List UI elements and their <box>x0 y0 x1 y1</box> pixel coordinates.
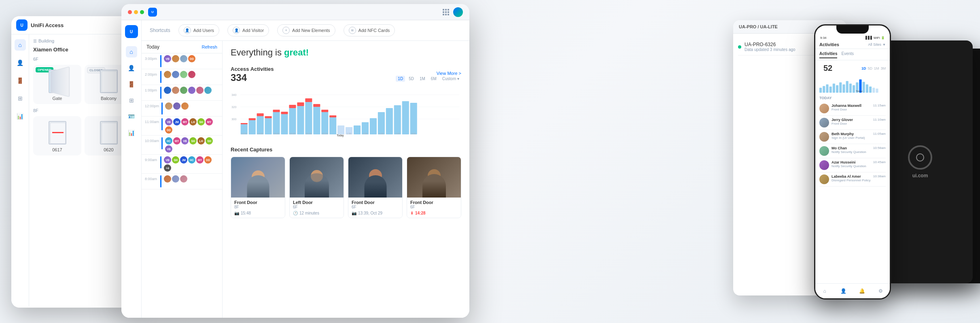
phone-count-row: 52 1D 5D 1M 3M <box>815 60 890 76</box>
btn-add-elements[interactable]: + Add New Elements <box>277 24 335 36</box>
svg-rect-32 <box>354 125 361 134</box>
timeline-refresh-btn[interactable]: Refresh <box>202 45 217 49</box>
main-sidebar-home[interactable]: ⌂ <box>126 46 137 57</box>
apps-icon[interactable] <box>443 9 449 15</box>
filter-icon: ▼ <box>882 43 886 47</box>
sidebar-icon-chart[interactable]: 📊 <box>15 110 26 122</box>
avatar: +4 <box>164 164 171 172</box>
phone-activity-text: Azar Husseini Notify Security Question <box>832 160 871 170</box>
main-sidebar-chart[interactable]: 📊 <box>126 127 137 138</box>
minimize-dot[interactable] <box>134 10 138 14</box>
filter-1d[interactable]: 1D <box>396 76 405 82</box>
svg-rect-69 <box>876 89 878 93</box>
phone-filter-5d[interactable]: 5D <box>868 66 872 70</box>
phone-nav-settings[interactable]: ⚙ <box>876 287 885 295</box>
all-sites-badge[interactable]: All Sites ▼ <box>868 42 886 47</box>
main-sidebar-grid[interactable]: ⊞ <box>126 95 137 106</box>
sidebar-icon-grid[interactable]: ⊞ <box>15 93 26 104</box>
phone-activity-text: Johanna Maxwell Front Door <box>832 104 871 113</box>
door-panel-red-0617 <box>52 132 64 133</box>
capture-floor-4: 6F <box>410 205 458 209</box>
main-sidebar-id[interactable]: 🪪 <box>126 111 137 122</box>
unifi-logo-left: U <box>16 19 28 31</box>
phone-signal: ▋▋▋ WiFi 🔋 <box>865 36 885 40</box>
avatar-group <box>164 71 195 78</box>
capture-card-3[interactable]: Front Door 6F 📷 13:39, Oct 29 <box>348 157 403 218</box>
btn-add-users[interactable]: 👤 Add Users <box>178 24 219 36</box>
avatar <box>164 71 171 78</box>
svg-rect-12 <box>265 118 272 134</box>
tablet-left: U UniFi Access ⌂ 👤 🚪 ⊞ 📊 ☰ Building Xiam… <box>11 16 137 308</box>
capture-card-1[interactable]: Front Door 8F 📷 15:48 <box>231 157 285 218</box>
capture-info-3: Front Door 6F 📷 13:39, Oct 29 <box>348 198 402 218</box>
timeline-time: 1:00pm <box>145 87 158 92</box>
capture-location-3: Front Door <box>352 200 399 205</box>
capture-card-2[interactable]: Left Door 6F 🕐 12 minutes <box>289 157 344 218</box>
svg-text:18:00: 18:00 <box>290 132 296 135</box>
tab-activities[interactable]: Activities <box>819 51 837 58</box>
svg-rect-39 <box>410 103 417 134</box>
svg-rect-62 <box>853 85 855 93</box>
capture-image-1 <box>231 157 285 198</box>
phone-activity-time: 10:38am <box>873 174 886 184</box>
capture-card-4[interactable]: Front Door 6F ⬇ 14:28 <box>407 157 461 218</box>
avatar: HC <box>165 137 172 144</box>
btn-add-nfc[interactable]: ≋ Add NFC Cards <box>344 24 395 36</box>
phone-avatar <box>819 104 829 113</box>
filter-custom[interactable]: Custom ▾ <box>440 76 461 82</box>
phone-activity-detail: Disregard Personnel Policy <box>832 178 871 182</box>
camera-icon-1: 📷 <box>234 211 239 215</box>
door-card-0617[interactable]: 0617 <box>33 116 81 155</box>
phone-filter-1d[interactable]: 1D <box>861 66 866 70</box>
phone-filter-1m[interactable]: 1M <box>874 66 879 70</box>
add-nfc-label: Add NFC Cards <box>358 28 390 33</box>
svg-rect-18 <box>289 108 296 134</box>
phone-nav-home[interactable]: ⌂ <box>821 287 829 295</box>
shortcuts-bar: Shortcuts 👤 Add Users 👤 Add Visitor + Ad… <box>142 20 469 41</box>
user-avatar[interactable] <box>453 7 463 17</box>
btn-add-visitor[interactable]: 👤 Add Visitor <box>227 24 269 36</box>
door-visual-balcony <box>98 68 120 94</box>
phone-nav-bell[interactable]: 🔔 <box>858 287 866 295</box>
view-more-link[interactable]: View More > <box>396 71 461 76</box>
ui-com-ring <box>908 145 932 170</box>
filter-1m[interactable]: 1M <box>418 76 427 82</box>
avatar <box>172 71 179 78</box>
filter-5d[interactable]: 5D <box>407 76 416 82</box>
svg-rect-65 <box>863 82 865 93</box>
sidebar-icon-home[interactable]: ⌂ <box>15 39 26 51</box>
tab-events[interactable]: Events <box>841 51 854 58</box>
avatar <box>172 175 179 183</box>
capture-meta-3: 📷 13:39, Oct 29 <box>352 211 399 215</box>
phone-avatar <box>819 146 829 156</box>
hero-section: Everything is great! <box>231 47 461 58</box>
svg-rect-8 <box>249 120 256 134</box>
phone-filter-3m[interactable]: 3M <box>880 66 886 70</box>
svg-rect-60 <box>846 81 848 93</box>
phone-app-name: Activities <box>819 42 839 47</box>
phone-nav-person[interactable]: 👤 <box>839 287 847 295</box>
avatar-group <box>165 102 189 110</box>
timeline-bar <box>160 71 161 83</box>
door-visual-0617 <box>46 119 68 146</box>
list-item: Mo Chan Notify Security Question 10:58am <box>819 144 886 158</box>
add-users-label: Add Users <box>193 28 214 33</box>
window-controls <box>128 10 144 14</box>
close-dot[interactable] <box>128 10 132 14</box>
door-card-gate[interactable]: OPENED Gate <box>33 65 81 104</box>
capture-location-1: Front Door <box>234 200 282 205</box>
phone: 9:34 ▋▋▋ WiFi 🔋 Activities All Sites ▼ A… <box>814 24 891 300</box>
main-sidebar-person[interactable]: 👤 <box>126 62 137 74</box>
sidebar-icon-users[interactable]: 👤 <box>15 57 26 68</box>
capture-image-3 <box>348 157 402 198</box>
maximize-dot[interactable] <box>140 10 144 14</box>
avatar: LH <box>197 137 205 144</box>
door-panel-gate <box>50 66 70 97</box>
right-panel-title: UA-PRO / UA-LITE <box>739 24 778 29</box>
main-sidebar-door[interactable]: 🚪 <box>126 79 137 90</box>
sidebar-icon-doors[interactable]: 🚪 <box>15 75 26 86</box>
device-updated: Data updated 3 minutes ago <box>745 47 795 52</box>
filter-6m[interactable]: 6M <box>429 76 439 82</box>
timeline-bar <box>160 55 161 67</box>
list-item: Labeeba Al Amer Disregard Personnel Poli… <box>819 172 886 187</box>
